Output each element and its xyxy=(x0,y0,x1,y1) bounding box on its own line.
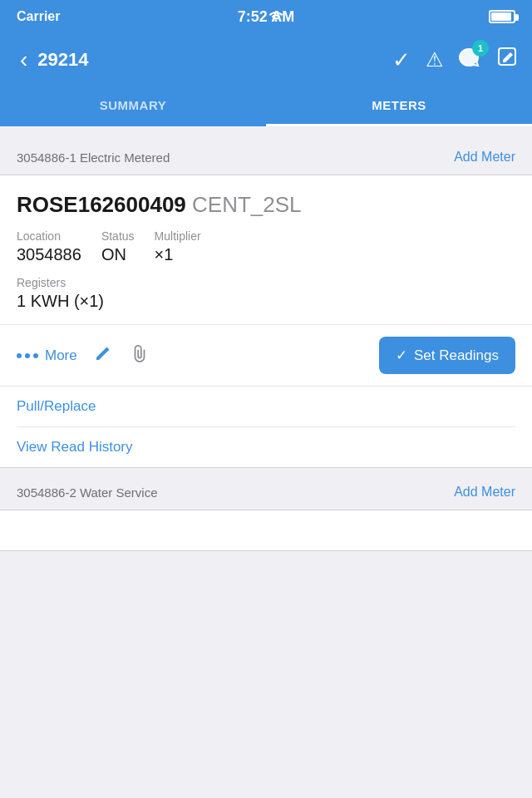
checkmark-icon[interactable]: ✓ xyxy=(392,47,411,73)
meter-primary-name: ROSE162600409 xyxy=(17,192,186,217)
content: 3054886-1 Electric Metered Add Meter ROS… xyxy=(0,126,532,568)
nav-bar: ‹ 29214 ✓ ⚠ 1 xyxy=(0,33,532,86)
meter-name: ROSE162600409 CENT_2SL xyxy=(17,192,515,218)
meter-secondary-name: CENT_2SL xyxy=(192,192,302,217)
registers-field: Registers 1 KWH (×1) xyxy=(17,276,515,311)
status-bar: Carrier 7:52 AM xyxy=(0,0,532,33)
electric-section-label: 3054886-1 Electric Metered xyxy=(17,150,170,165)
more-label: More xyxy=(45,347,77,364)
dots-icon xyxy=(17,353,38,358)
edit-meter-icon[interactable] xyxy=(91,342,116,369)
more-button[interactable]: More xyxy=(17,347,77,364)
status-field: Status ON xyxy=(101,229,135,264)
water-meter-placeholder xyxy=(0,510,532,551)
location-value: 3054886 xyxy=(17,245,81,264)
checkmark-set: ✓ xyxy=(396,347,407,364)
tabs: SUMMARY METERS xyxy=(0,86,532,126)
meter-fields: Location 3054886 Status ON Multiplier ×1 xyxy=(17,229,515,264)
pull-replace-button[interactable]: Pull/Replace xyxy=(17,387,515,427)
meter-actions: More ✓ Set Readings xyxy=(0,324,532,386)
view-read-history-button[interactable]: View Read History xyxy=(17,427,515,467)
carrier-label: Carrier xyxy=(17,9,60,24)
time-label: 7:52 AM xyxy=(238,8,294,26)
tab-summary[interactable]: SUMMARY xyxy=(0,86,266,126)
nav-title: 29214 xyxy=(37,49,392,71)
electric-section-header: 3054886-1 Electric Metered Add Meter xyxy=(0,143,532,175)
back-button[interactable]: ‹ xyxy=(13,45,34,75)
meter-card-electric: ROSE162600409 CENT_2SL Location 3054886 … xyxy=(0,175,532,468)
water-section-header: 3054886-2 Water Service Add Meter xyxy=(0,468,532,510)
multiplier-label: Multiplier xyxy=(155,229,201,243)
status-label: Status xyxy=(101,229,135,243)
nav-icons: ✓ ⚠ 1 xyxy=(392,47,519,73)
multiplier-value: ×1 xyxy=(155,245,201,264)
multiplier-field: Multiplier ×1 xyxy=(155,229,201,264)
battery-indicator xyxy=(489,10,515,23)
registers-label: Registers xyxy=(17,276,515,289)
secondary-actions: Pull/Replace View Read History xyxy=(0,386,532,467)
set-readings-label: Set Readings xyxy=(414,347,499,364)
registers-value: 1 KWH (×1) xyxy=(17,292,515,311)
add-meter-button-water[interactable]: Add Meter xyxy=(454,485,515,500)
location-field: Location 3054886 xyxy=(17,229,81,264)
set-readings-button[interactable]: ✓ Set Readings xyxy=(379,337,515,374)
notification-badge: 1 xyxy=(472,40,489,57)
notification-icon[interactable]: 1 xyxy=(459,47,482,73)
status-value: ON xyxy=(101,245,135,264)
meter-main: ROSE162600409 CENT_2SL Location 3054886 … xyxy=(0,175,532,324)
warning-icon[interactable]: ⚠ xyxy=(426,48,444,71)
water-section-label: 3054886-2 Water Service xyxy=(17,485,158,500)
location-label: Location xyxy=(17,229,81,243)
attach-icon[interactable] xyxy=(129,342,150,369)
edit-icon[interactable] xyxy=(497,47,519,73)
add-meter-button-electric[interactable]: Add Meter xyxy=(454,150,515,165)
tab-meters[interactable]: METERS xyxy=(266,86,532,126)
